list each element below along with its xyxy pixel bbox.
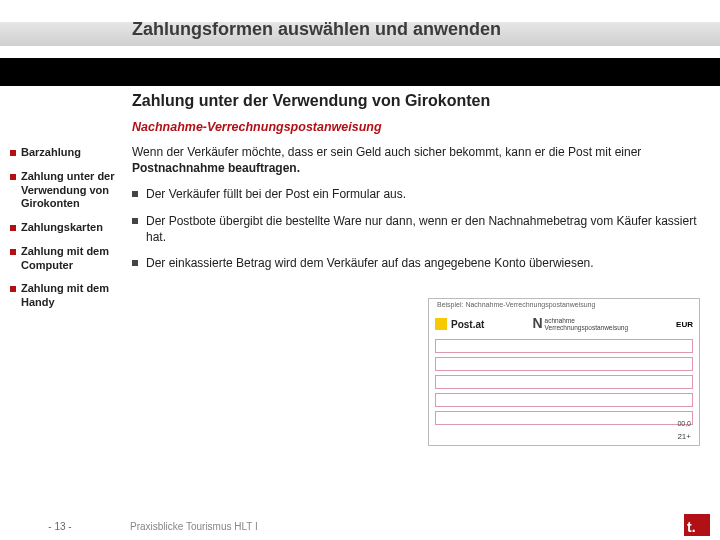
form-type-text: achnahme Verrechnungspostanweisung bbox=[545, 317, 628, 331]
post-brand: Post.at bbox=[451, 319, 484, 330]
publisher-logo: t. bbox=[684, 514, 710, 536]
form-type: Nachnahme Verrechnungspostanweisung bbox=[532, 316, 628, 331]
bullet-text: Der Postbote übergibt die bestellte Ware… bbox=[146, 213, 700, 245]
bullet-icon bbox=[10, 286, 16, 292]
nav-label: Zahlung mit dem Handy bbox=[21, 282, 120, 310]
content: Zahlung unter der Verwendung von Girokon… bbox=[132, 92, 700, 281]
bullet-icon bbox=[132, 260, 138, 266]
form-bottom: 21+ bbox=[677, 432, 691, 441]
nav-label: Barzahlung bbox=[21, 146, 81, 160]
content-subheading: Nachnahme-Verrechnungspostanweisung bbox=[132, 120, 700, 134]
slide-title: Zahlungsformen auswählen und anwenden bbox=[0, 19, 501, 40]
nav-item: Zahlung mit dem Handy bbox=[10, 282, 120, 310]
form-row bbox=[435, 357, 693, 371]
list-item: Der Verkäufer füllt bei der Post ein For… bbox=[132, 186, 700, 202]
bullet-text: Der Verkäufer füllt bei der Post ein For… bbox=[146, 186, 406, 202]
list-item: Der einkassierte Betrag wird dem Verkäuf… bbox=[132, 255, 700, 271]
nav-label: Zahlung mit dem Computer bbox=[21, 245, 120, 273]
currency: EUR bbox=[676, 320, 693, 329]
nav-item: Barzahlung bbox=[10, 146, 120, 160]
bullet-icon bbox=[10, 249, 16, 255]
bullet-icon bbox=[132, 191, 138, 197]
form-caption: Beispiel: Nachnahme-Verrechnungspostanwe… bbox=[437, 301, 595, 308]
nav-item: Zahlung unter der Ver­wendung von Giroko… bbox=[10, 170, 120, 211]
nav-label: Zahlung unter der Ver­wendung von Giroko… bbox=[21, 170, 120, 211]
footer: - 13 - Praxisblicke Tourismus HLT I t. bbox=[0, 512, 720, 540]
form-row bbox=[435, 393, 693, 407]
footer-course: Praxisblicke Tourismus HLT I bbox=[120, 521, 258, 532]
form-row bbox=[435, 339, 693, 353]
big-n: N bbox=[532, 316, 542, 331]
intro-text: Wenn der Verkäufer möchte, dass er sein … bbox=[132, 145, 641, 159]
post-square-icon bbox=[435, 318, 447, 330]
title-band: Zahlungsformen auswählen und anwenden bbox=[0, 0, 720, 58]
bullet-text: Der einkassierte Betrag wird dem Verkäuf… bbox=[146, 255, 594, 271]
bullet-icon bbox=[10, 225, 16, 231]
intro-strong: Postnachnahme beauftragen. bbox=[132, 161, 300, 175]
list-item: Der Postbote übergibt die bestellte Ware… bbox=[132, 213, 700, 245]
sidebar: Barzahlung Zahlung unter der Ver­wendung… bbox=[10, 146, 120, 320]
nav-item: Zahlungs­karten bbox=[10, 221, 120, 235]
form-row bbox=[435, 411, 693, 425]
form-row bbox=[435, 375, 693, 389]
bullet-list: Der Verkäufer füllt bei der Post ein For… bbox=[132, 186, 700, 271]
form-illustration: Beispiel: Nachnahme-Verrechnungspostanwe… bbox=[428, 298, 700, 446]
bullet-icon bbox=[10, 150, 16, 156]
post-logo: Post.at bbox=[435, 318, 484, 330]
black-band bbox=[0, 58, 720, 86]
page-number: - 13 - bbox=[0, 521, 120, 532]
form-total: 00,0 bbox=[677, 420, 691, 427]
bullet-icon bbox=[132, 218, 138, 224]
intro-paragraph: Wenn der Verkäufer möchte, dass er sein … bbox=[132, 144, 700, 176]
bullet-icon bbox=[10, 174, 16, 180]
nav-item: Zahlung mit dem Computer bbox=[10, 245, 120, 273]
content-heading: Zahlung unter der Verwendung von Girokon… bbox=[132, 92, 700, 110]
nav-label: Zahlungs­karten bbox=[21, 221, 103, 235]
